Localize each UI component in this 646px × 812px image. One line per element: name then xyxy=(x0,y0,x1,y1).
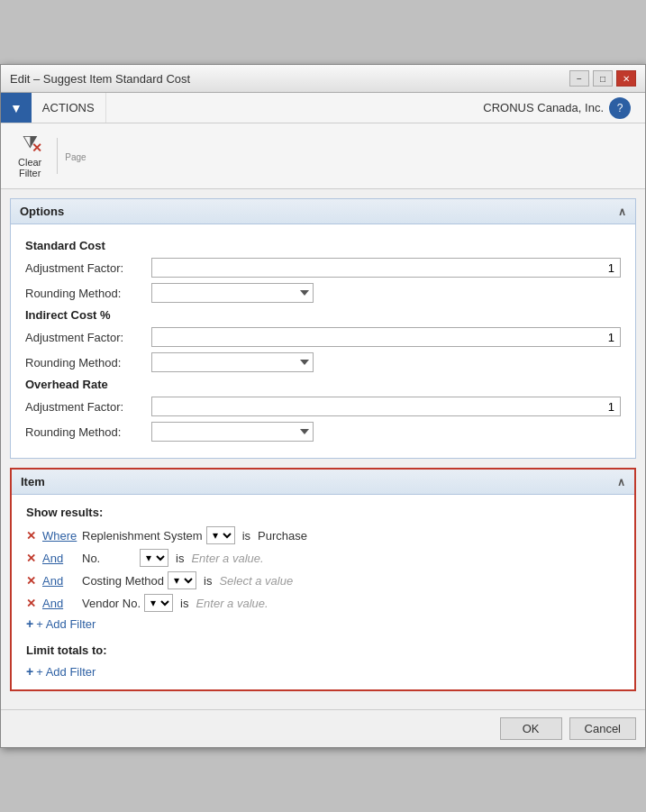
window-controls: − □ ✕ xyxy=(569,70,636,87)
ic-adjustment-label: Adjustment Factor: xyxy=(25,331,151,344)
bottom-bar: OK Cancel xyxy=(1,709,645,747)
indirect-cost-adjustment-row: Adjustment Factor: xyxy=(25,327,621,347)
cancel-button[interactable]: Cancel xyxy=(569,717,636,740)
toolbar-separator xyxy=(57,138,58,174)
filter-where-field: Replenishment System xyxy=(82,529,203,543)
item-section-header: Item ∧ xyxy=(12,470,634,495)
or-adjustment-label: Adjustment Factor: xyxy=(25,400,151,414)
filter-and1-field: No. xyxy=(82,552,136,565)
help-button[interactable]: ? xyxy=(609,97,631,119)
clear-filter-label: ClearFilter xyxy=(18,157,41,178)
item-section-body: Show results: ✕ Where Replenishment Syst… xyxy=(12,495,634,689)
item-section-title: Item xyxy=(21,475,45,488)
filter-where-value: Purchase xyxy=(258,529,307,543)
filter-and2-field: Costing Method xyxy=(82,574,164,588)
overhead-rate-group-label: Overhead Rate xyxy=(25,378,621,391)
filter-and1-is: is xyxy=(176,552,184,565)
standard-cost-rounding-row: Rounding Method: xyxy=(25,283,621,303)
indirect-cost-group-label: Indirect Cost % xyxy=(25,308,621,322)
filter-and1-remove-icon[interactable]: ✕ xyxy=(26,552,39,565)
add-filter-limit-button[interactable]: + + Add Filter xyxy=(26,664,620,679)
nav-dropdown-button[interactable]: ▼ xyxy=(1,93,32,123)
or-adjustment-input[interactable] xyxy=(151,397,621,416)
filter-and1-value: Enter a value. xyxy=(191,552,263,565)
filter-and1-connector[interactable]: And xyxy=(42,552,78,565)
add-filter-limit-plus-icon: + xyxy=(26,664,33,679)
content-area: Options ∧ Standard Cost Adjustment Facto… xyxy=(1,189,645,709)
options-chevron-icon[interactable]: ∧ xyxy=(618,205,626,218)
toolbar: ⧩ ✕ ClearFilter Page xyxy=(1,123,645,189)
filter-row-and-1: ✕ And No. ▾ is Enter a value. xyxy=(26,549,620,567)
item-chevron-icon[interactable]: ∧ xyxy=(617,476,625,488)
filter-row-where: ✕ Where Replenishment System ▾ is Purcha… xyxy=(26,526,620,544)
indirect-cost-rounding-row: Rounding Method: xyxy=(25,352,621,372)
standard-cost-group-label: Standard Cost xyxy=(25,239,621,252)
options-section-title: Options xyxy=(20,205,64,218)
options-section: Options ∧ Standard Cost Adjustment Facto… xyxy=(10,198,636,459)
or-rounding-select[interactable] xyxy=(151,422,314,442)
filter-and2-connector[interactable]: And xyxy=(42,574,78,588)
menu-bar: ▼ ACTIONS CRONUS Canada, Inc. ? xyxy=(1,93,645,123)
filter-where-connector[interactable]: Where xyxy=(42,529,78,543)
filter-row-and-3: ✕ And Vendor No. ▾ is Enter a value. xyxy=(26,594,620,612)
overhead-rate-adjustment-row: Adjustment Factor: xyxy=(25,397,621,416)
clear-filter-icon: ⧩ ✕ xyxy=(19,133,41,155)
sc-rounding-select[interactable] xyxy=(151,283,314,303)
filter-and3-operator-select[interactable]: ▾ xyxy=(144,594,173,612)
show-results-label: Show results: xyxy=(26,506,620,519)
add-filter-plus-icon: + xyxy=(26,616,33,631)
filter-where-operator-select[interactable]: ▾ xyxy=(206,526,235,544)
add-filter-button[interactable]: + + Add Filter xyxy=(26,616,620,631)
ic-adjustment-input[interactable] xyxy=(151,327,621,347)
filter-and2-operator-select[interactable]: ▾ xyxy=(168,571,196,589)
close-button[interactable]: ✕ xyxy=(616,70,636,87)
options-section-header: Options ∧ xyxy=(11,199,635,224)
ok-button[interactable]: OK xyxy=(500,717,562,740)
filter-row-and-2: ✕ And Costing Method ▾ is Select a value xyxy=(26,571,620,589)
standard-cost-adjustment-row: Adjustment Factor: xyxy=(25,258,621,278)
actions-label: ACTIONS xyxy=(42,101,95,114)
main-window: Edit – Suggest Item Standard Cost − □ ✕ … xyxy=(0,64,646,748)
filter-and3-is: is xyxy=(180,597,188,610)
filter-and3-value: Enter a value. xyxy=(196,597,268,610)
clear-filter-button[interactable]: ⧩ ✕ ClearFilter xyxy=(10,129,50,183)
title-bar: Edit – Suggest Item Standard Cost − □ ✕ xyxy=(1,65,645,93)
filter-and2-value: Select a value xyxy=(219,574,293,588)
menu-item-actions[interactable]: ACTIONS xyxy=(32,93,106,123)
company-name: CRONUS Canada, Inc. ? xyxy=(474,93,645,123)
filter-and3-connector[interactable]: And xyxy=(42,597,78,610)
maximize-button[interactable]: □ xyxy=(593,70,613,87)
filter-where-is: is xyxy=(242,529,250,543)
filter-and2-remove-icon[interactable]: ✕ xyxy=(26,574,39,588)
filter-and2-is: is xyxy=(204,574,212,588)
options-section-body: Standard Cost Adjustment Factor: Roundin… xyxy=(11,224,635,458)
limit-totals-label: Limit totals to: xyxy=(26,643,620,657)
or-rounding-label: Rounding Method: xyxy=(25,425,151,439)
filter-and3-remove-icon[interactable]: ✕ xyxy=(26,597,39,610)
item-section: Item ∧ Show results: ✕ Where Replenishme… xyxy=(10,468,636,691)
filter-where-remove-icon[interactable]: ✕ xyxy=(26,529,39,543)
add-filter-label: + Add Filter xyxy=(36,617,96,631)
sc-rounding-label: Rounding Method: xyxy=(25,287,151,300)
window-title: Edit – Suggest Item Standard Cost xyxy=(10,72,190,86)
sc-adjustment-input[interactable] xyxy=(151,258,621,278)
page-label: Page xyxy=(65,152,86,162)
add-filter-limit-label: + Add Filter xyxy=(36,665,96,679)
minimize-button[interactable]: − xyxy=(569,70,589,87)
overhead-rate-rounding-row: Rounding Method: xyxy=(25,422,621,442)
sc-adjustment-label: Adjustment Factor: xyxy=(25,261,151,275)
ic-rounding-select[interactable] xyxy=(151,352,314,372)
filter-and3-field: Vendor No. xyxy=(82,597,141,610)
ic-rounding-label: Rounding Method: xyxy=(25,356,151,370)
filter-and1-operator-select[interactable]: ▾ xyxy=(140,549,168,567)
